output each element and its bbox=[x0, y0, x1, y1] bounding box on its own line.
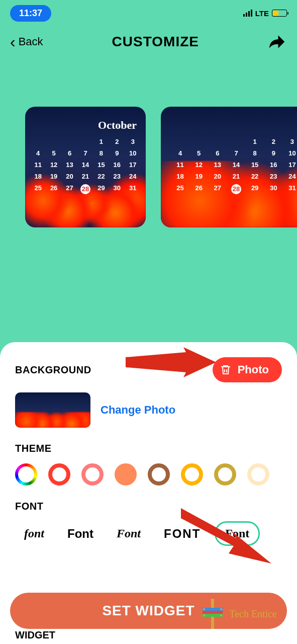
color-orange[interactable] bbox=[115, 463, 137, 486]
back-button[interactable]: ‹ Back bbox=[10, 35, 43, 48]
photo-thumbnail[interactable] bbox=[15, 392, 90, 428]
widget-preview-small[interactable]: October 12345678910111213141516171819202… bbox=[25, 107, 146, 227]
network-label: LTE bbox=[255, 9, 269, 18]
change-photo-link[interactable]: Change Photo bbox=[101, 404, 175, 417]
font-option-2[interactable]: Font bbox=[58, 523, 103, 545]
watermark-text: Tech Entice bbox=[229, 608, 277, 620]
font-option-1[interactable]: font bbox=[15, 523, 53, 544]
page-title: CUSTOMIZE bbox=[112, 34, 199, 50]
svg-point-8 bbox=[203, 614, 205, 616]
header: ‹ Back CUSTOMIZE bbox=[0, 22, 297, 56]
svg-point-9 bbox=[220, 614, 222, 616]
calendar-grid: 1234567891011121314151617181920212223242… bbox=[171, 138, 297, 194]
signal-icon bbox=[243, 10, 252, 17]
svg-rect-5 bbox=[203, 614, 223, 617]
widget-preview-wide[interactable]: October 12345678910111213141516171819202… bbox=[161, 107, 297, 227]
back-label: Back bbox=[19, 35, 43, 48]
status-right: LTE bbox=[243, 9, 287, 18]
svg-point-7 bbox=[220, 608, 222, 610]
svg-rect-3 bbox=[203, 608, 223, 611]
color-cream[interactable] bbox=[247, 463, 269, 486]
svg-rect-4 bbox=[203, 611, 223, 614]
color-red[interactable] bbox=[48, 463, 70, 486]
annotation-arrow-2 bbox=[181, 503, 271, 564]
theme-row bbox=[15, 463, 282, 486]
photo-label: Photo bbox=[238, 363, 269, 376]
battery-icon bbox=[272, 10, 287, 17]
svg-marker-0 bbox=[126, 347, 216, 377]
trash-icon bbox=[220, 364, 232, 376]
background-heading: BACKGROUND bbox=[15, 364, 91, 376]
svg-point-6 bbox=[203, 608, 205, 610]
calendar-grid: 1234567891011121314151617181920212223242… bbox=[30, 138, 141, 194]
watermark: Tech Entice bbox=[200, 599, 277, 629]
photo-button[interactable]: Photo bbox=[213, 357, 282, 382]
status-time: 11:37 bbox=[10, 5, 51, 22]
watermark-icon bbox=[200, 599, 225, 629]
theme-heading: THEME bbox=[15, 443, 282, 454]
status-bar: 11:37 LTE bbox=[0, 0, 297, 22]
color-pink[interactable] bbox=[81, 463, 104, 486]
widget-heading: WIDGET bbox=[15, 629, 55, 641]
font-option-3[interactable]: Font bbox=[108, 523, 150, 544]
color-olive[interactable] bbox=[214, 463, 236, 486]
preview-area: October 12345678910111213141516171819202… bbox=[0, 56, 297, 227]
color-rainbow[interactable] bbox=[15, 463, 37, 486]
color-brown[interactable] bbox=[148, 463, 170, 486]
month-label: October bbox=[98, 119, 137, 132]
color-amber[interactable] bbox=[181, 463, 203, 486]
share-icon[interactable] bbox=[268, 32, 287, 51]
svg-marker-1 bbox=[181, 508, 271, 564]
annotation-arrow-1 bbox=[126, 347, 216, 382]
